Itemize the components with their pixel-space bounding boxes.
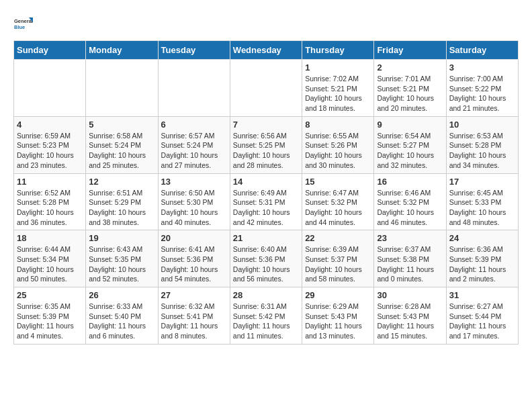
calendar-cell: 20Sunrise: 6:41 AM Sunset: 5:36 PM Dayli… — [158, 230, 230, 287]
day-number: 16 — [377, 177, 443, 187]
day-number: 20 — [161, 233, 227, 243]
day-header-friday: Friday — [374, 41, 446, 60]
day-info: Sunrise: 6:36 AM Sunset: 5:39 PM Dayligh… — [449, 244, 515, 284]
day-info: Sunrise: 7:01 AM Sunset: 5:21 PM Dayligh… — [377, 74, 443, 113]
day-info: Sunrise: 6:27 AM Sunset: 5:44 PM Dayligh… — [449, 302, 515, 341]
calendar-cell: 15Sunrise: 6:47 AM Sunset: 5:32 PM Dayli… — [302, 173, 374, 230]
week-row-5: 25Sunrise: 6:35 AM Sunset: 5:39 PM Dayli… — [14, 287, 519, 345]
day-info: Sunrise: 6:58 AM Sunset: 5:24 PM Dayligh… — [89, 131, 154, 171]
day-info: Sunrise: 6:46 AM Sunset: 5:32 PM Dayligh… — [377, 188, 443, 228]
logo: GeneralBlue — [13, 13, 34, 34]
logo-icon: GeneralBlue — [13, 13, 34, 34]
calendar-cell: 29Sunrise: 6:29 AM Sunset: 5:43 PM Dayli… — [302, 287, 374, 345]
day-number: 17 — [449, 177, 515, 187]
calendar-cell: 2Sunrise: 7:01 AM Sunset: 5:21 PM Daylig… — [374, 60, 446, 117]
day-number: 9 — [377, 120, 443, 130]
svg-text:General: General — [14, 18, 33, 24]
day-number: 27 — [161, 290, 227, 300]
calendar-cell: 23Sunrise: 6:37 AM Sunset: 5:38 PM Dayli… — [374, 230, 446, 287]
page-header: GeneralBlue — [13, 13, 519, 34]
day-info: Sunrise: 6:47 AM Sunset: 5:32 PM Dayligh… — [305, 188, 371, 228]
calendar-cell: 27Sunrise: 6:32 AM Sunset: 5:41 PM Dayli… — [158, 287, 230, 345]
day-number: 13 — [161, 177, 227, 187]
calendar-cell: 31Sunrise: 6:27 AM Sunset: 5:44 PM Dayli… — [446, 287, 518, 345]
day-number: 14 — [233, 177, 299, 187]
day-header-sunday: Sunday — [14, 41, 86, 60]
day-info: Sunrise: 6:31 AM Sunset: 5:42 PM Dayligh… — [233, 302, 299, 341]
day-info: Sunrise: 6:59 AM Sunset: 5:23 PM Dayligh… — [17, 131, 83, 171]
calendar-cell: 17Sunrise: 6:45 AM Sunset: 5:33 PM Dayli… — [446, 173, 518, 230]
day-number: 7 — [233, 120, 299, 130]
calendar-cell: 21Sunrise: 6:40 AM Sunset: 5:36 PM Dayli… — [230, 230, 302, 287]
day-number: 2 — [377, 62, 443, 73]
day-info: Sunrise: 6:57 AM Sunset: 5:24 PM Dayligh… — [161, 131, 227, 171]
day-info: Sunrise: 6:53 AM Sunset: 5:28 PM Dayligh… — [449, 131, 515, 171]
calendar-cell: 28Sunrise: 6:31 AM Sunset: 5:42 PM Dayli… — [230, 287, 302, 345]
calendar-cell: 24Sunrise: 6:36 AM Sunset: 5:39 PM Dayli… — [446, 230, 518, 287]
week-row-4: 18Sunrise: 6:44 AM Sunset: 5:34 PM Dayli… — [14, 230, 519, 287]
day-header-monday: Monday — [86, 41, 158, 60]
day-number: 11 — [17, 177, 83, 187]
day-info: Sunrise: 6:52 AM Sunset: 5:28 PM Dayligh… — [17, 188, 83, 228]
day-header-thursday: Thursday — [302, 41, 374, 60]
day-header-saturday: Saturday — [446, 41, 518, 60]
day-info: Sunrise: 7:00 AM Sunset: 5:22 PM Dayligh… — [449, 74, 515, 113]
day-info: Sunrise: 6:45 AM Sunset: 5:33 PM Dayligh… — [449, 188, 515, 228]
calendar-cell — [230, 60, 302, 117]
calendar-cell — [86, 60, 158, 117]
day-number: 6 — [161, 120, 227, 130]
day-number: 12 — [89, 177, 154, 187]
calendar-cell: 16Sunrise: 6:46 AM Sunset: 5:32 PM Dayli… — [374, 173, 446, 230]
week-row-1: 1Sunrise: 7:02 AM Sunset: 5:21 PM Daylig… — [14, 60, 519, 117]
day-info: Sunrise: 6:28 AM Sunset: 5:43 PM Dayligh… — [377, 302, 443, 341]
svg-text:Blue: Blue — [14, 24, 25, 30]
calendar-cell: 25Sunrise: 6:35 AM Sunset: 5:39 PM Dayli… — [14, 287, 86, 345]
day-number: 28 — [233, 290, 299, 300]
day-number: 25 — [17, 290, 83, 300]
day-number: 15 — [305, 177, 371, 187]
day-number: 30 — [377, 290, 443, 300]
day-number: 8 — [305, 120, 371, 130]
calendar-cell: 26Sunrise: 6:33 AM Sunset: 5:40 PM Dayli… — [86, 287, 158, 345]
day-number: 3 — [449, 62, 515, 73]
day-info: Sunrise: 6:35 AM Sunset: 5:39 PM Dayligh… — [17, 302, 83, 341]
calendar-cell: 7Sunrise: 6:56 AM Sunset: 5:25 PM Daylig… — [230, 116, 302, 173]
day-info: Sunrise: 6:32 AM Sunset: 5:41 PM Dayligh… — [161, 302, 227, 341]
day-number: 23 — [377, 233, 443, 243]
calendar-cell: 12Sunrise: 6:51 AM Sunset: 5:29 PM Dayli… — [86, 173, 158, 230]
day-number: 26 — [89, 290, 154, 300]
day-info: Sunrise: 6:55 AM Sunset: 5:26 PM Dayligh… — [305, 131, 371, 171]
calendar-cell: 19Sunrise: 6:43 AM Sunset: 5:35 PM Dayli… — [86, 230, 158, 287]
calendar-cell: 1Sunrise: 7:02 AM Sunset: 5:21 PM Daylig… — [302, 60, 374, 117]
day-info: Sunrise: 6:37 AM Sunset: 5:38 PM Dayligh… — [377, 244, 443, 284]
day-info: Sunrise: 6:50 AM Sunset: 5:30 PM Dayligh… — [161, 188, 227, 228]
day-number: 10 — [449, 120, 515, 130]
calendar-cell: 22Sunrise: 6:39 AM Sunset: 5:37 PM Dayli… — [302, 230, 374, 287]
day-info: Sunrise: 6:40 AM Sunset: 5:36 PM Dayligh… — [233, 244, 299, 284]
day-number: 24 — [449, 233, 515, 243]
day-info: Sunrise: 6:41 AM Sunset: 5:36 PM Dayligh… — [161, 244, 227, 284]
week-row-3: 11Sunrise: 6:52 AM Sunset: 5:28 PM Dayli… — [14, 173, 519, 230]
day-info: Sunrise: 6:44 AM Sunset: 5:34 PM Dayligh… — [17, 244, 83, 284]
day-info: Sunrise: 6:51 AM Sunset: 5:29 PM Dayligh… — [89, 188, 154, 228]
calendar-cell: 3Sunrise: 7:00 AM Sunset: 5:22 PM Daylig… — [446, 60, 518, 117]
calendar-cell: 4Sunrise: 6:59 AM Sunset: 5:23 PM Daylig… — [14, 116, 86, 173]
day-info: Sunrise: 6:49 AM Sunset: 5:31 PM Dayligh… — [233, 188, 299, 228]
calendar-cell: 9Sunrise: 6:54 AM Sunset: 5:27 PM Daylig… — [374, 116, 446, 173]
day-header-tuesday: Tuesday — [158, 41, 230, 60]
day-number: 31 — [449, 290, 515, 300]
day-info: Sunrise: 6:56 AM Sunset: 5:25 PM Dayligh… — [233, 131, 299, 171]
day-number: 18 — [17, 233, 83, 243]
day-number: 1 — [305, 62, 371, 73]
day-info: Sunrise: 6:43 AM Sunset: 5:35 PM Dayligh… — [89, 244, 154, 284]
calendar-cell: 8Sunrise: 6:55 AM Sunset: 5:26 PM Daylig… — [302, 116, 374, 173]
calendar-cell: 18Sunrise: 6:44 AM Sunset: 5:34 PM Dayli… — [14, 230, 86, 287]
days-header-row: SundayMondayTuesdayWednesdayThursdayFrid… — [14, 41, 519, 60]
calendar-cell: 14Sunrise: 6:49 AM Sunset: 5:31 PM Dayli… — [230, 173, 302, 230]
day-number: 29 — [305, 290, 371, 300]
day-info: Sunrise: 6:33 AM Sunset: 5:40 PM Dayligh… — [89, 302, 154, 341]
day-number: 22 — [305, 233, 371, 243]
day-number: 5 — [89, 120, 154, 130]
day-number: 19 — [89, 233, 154, 243]
day-info: Sunrise: 7:02 AM Sunset: 5:21 PM Dayligh… — [305, 74, 371, 113]
